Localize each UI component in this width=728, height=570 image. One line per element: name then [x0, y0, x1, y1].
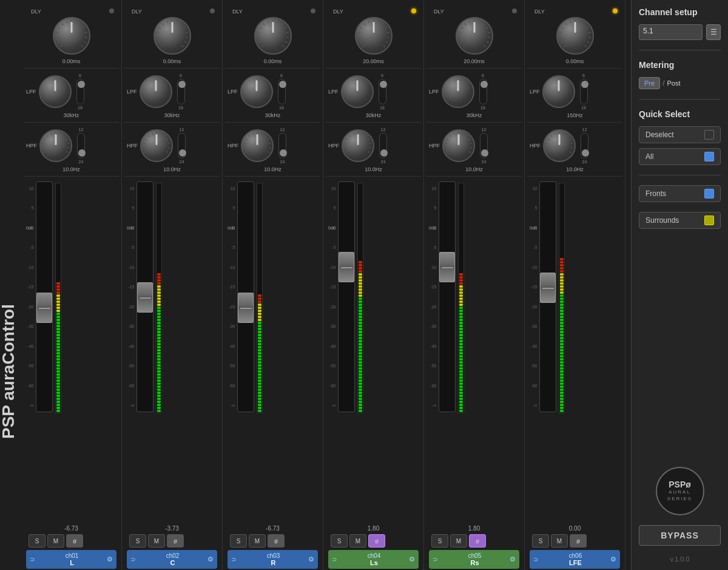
fronts-checkbox[interactable]: [704, 189, 714, 198]
svg-line-25: [67, 143, 69, 144]
channel-setup-select[interactable]: 5.1: [639, 24, 703, 40]
surrounds-checkbox[interactable]: [704, 215, 714, 225]
svg-line-31: [157, 32, 159, 33]
svg-line-59: [257, 32, 260, 33]
post-button[interactable]: Post: [667, 80, 680, 87]
svg-line-146: [570, 21, 570, 22]
channel-label-ch01[interactable]: ⊃ ch01 L ⚙: [26, 550, 116, 569]
channel-label-ch06[interactable]: ⊃ ch06 LFE ⚙: [530, 550, 620, 569]
fader-track-ch02[interactable]: [136, 182, 153, 412]
phase-btn-ch05[interactable]: ø: [469, 534, 486, 548]
svg-line-88: [360, 27, 362, 29]
hpf-knob-ch02[interactable]: [140, 129, 173, 162]
mute-btn-ch03[interactable]: M: [249, 534, 266, 548]
solo-btn-ch05[interactable]: S: [431, 534, 448, 548]
meter-fill-ch04: [358, 260, 363, 413]
fader-handle-ch02[interactable]: [137, 282, 153, 313]
lpf-knob-ch03[interactable]: [240, 75, 273, 108]
ch-gear-ch04[interactable]: ⚙: [409, 555, 415, 563]
ch-gear-ch06[interactable]: ⚙: [610, 555, 616, 563]
hpf-toggle-ch01[interactable]: [77, 133, 85, 158]
lpf-toggle-ch04[interactable]: [379, 79, 386, 104]
lpf-knob-ch05[interactable]: [442, 75, 474, 108]
dly-knob-ch02[interactable]: [153, 17, 191, 55]
fader-handle-ch04[interactable]: [339, 252, 354, 282]
phase-btn-ch03[interactable]: ø: [268, 534, 285, 548]
channel-label-ch04[interactable]: ⊃ ch04 Ls ⚙: [328, 550, 419, 569]
fader-track-ch01[interactable]: [36, 182, 53, 412]
lpf-toggle-ch01[interactable]: [76, 79, 84, 104]
ch-gear-ch02[interactable]: ⚙: [207, 555, 214, 563]
bypass-button[interactable]: BYPASS: [639, 525, 721, 546]
hpf-toggle-ch03[interactable]: [278, 133, 286, 158]
svg-line-165: [571, 143, 573, 144]
hpf-knob-ch05[interactable]: [442, 129, 475, 162]
lpf-knob-ch01[interactable]: [39, 75, 72, 108]
dly-knob-ch04[interactable]: [355, 17, 393, 55]
lpf-toggle-ch05[interactable]: [479, 79, 487, 104]
lpf-knob-ch02[interactable]: [140, 75, 172, 108]
mute-btn-ch02[interactable]: M: [148, 534, 165, 548]
svg-line-28: [161, 46, 163, 47]
deselect-checkbox[interactable]: [704, 130, 714, 140]
hpf-toggle-ch02[interactable]: [178, 133, 186, 158]
lpf-knob-ch04[interactable]: [341, 75, 374, 108]
hpf-value-ch04: 10.0Hz: [365, 166, 382, 172]
fader-handle-ch03[interactable]: [238, 293, 254, 323]
phase-btn-ch06[interactable]: ø: [570, 534, 587, 548]
phase-btn-ch04[interactable]: ø: [368, 534, 385, 548]
solo-btn-ch04[interactable]: S: [331, 534, 348, 548]
fader-track-ch05[interactable]: [439, 182, 456, 412]
fronts-button[interactable]: Fronts: [639, 185, 721, 202]
dly-knob-ch05[interactable]: [456, 17, 493, 55]
solo-btn-ch06[interactable]: S: [532, 534, 549, 548]
hpf-knob-ch03[interactable]: [241, 129, 274, 162]
lpf-toggle-ch03[interactable]: [278, 79, 286, 104]
mute-btn-ch01[interactable]: M: [47, 534, 64, 548]
ch-link-ch03: ⊃: [231, 556, 238, 563]
fader-track-ch04[interactable]: [338, 182, 355, 412]
solo-btn-ch01[interactable]: S: [29, 534, 46, 548]
channel-label-ch05[interactable]: ⊃ ch05 Rs ⚙: [429, 550, 519, 569]
hpf-toggle-ch05[interactable]: [480, 133, 488, 158]
channel-label-ch02[interactable]: ⊃ ch02 C ⚙: [127, 550, 217, 569]
svg-line-29: [158, 42, 160, 43]
all-button[interactable]: All: [639, 148, 721, 165]
surrounds-button[interactable]: Surrounds: [639, 212, 721, 229]
fader-handle-ch05[interactable]: [439, 252, 455, 282]
dly-knob-ch01[interactable]: [53, 17, 90, 55]
svg-line-94: [385, 27, 386, 29]
lpf-toggle-ch02[interactable]: [177, 79, 185, 104]
hpf-knob-ch06[interactable]: [543, 129, 576, 162]
channel-setup-menu-btn[interactable]: ☰: [706, 24, 721, 40]
solo-btn-ch03[interactable]: S: [230, 534, 247, 548]
hpf-knob-ch04[interactable]: [342, 129, 374, 162]
mute-btn-ch04[interactable]: M: [349, 534, 366, 548]
mute-btn-ch05[interactable]: M: [450, 534, 467, 548]
svg-line-71: [246, 152, 247, 152]
hpf-knob-ch01[interactable]: [39, 129, 72, 162]
mute-btn-ch06[interactable]: M: [551, 534, 568, 548]
lpf-toggle-ch06[interactable]: [580, 79, 588, 104]
hpf-toggle-ch06[interactable]: [581, 133, 588, 158]
ch-gear-ch05[interactable]: ⚙: [510, 555, 516, 563]
fader-handle-ch06[interactable]: [540, 273, 556, 303]
deselect-button[interactable]: Deselect: [639, 126, 721, 143]
ch-gear-ch03[interactable]: ⚙: [308, 555, 314, 563]
dly-knob-ch06[interactable]: [556, 17, 594, 55]
fader-track-ch06[interactable]: [539, 182, 556, 412]
phase-btn-ch01[interactable]: ø: [66, 534, 83, 548]
ch-gear-ch01[interactable]: ⚙: [107, 555, 113, 563]
fader-track-ch03[interactable]: [237, 182, 254, 412]
pre-button[interactable]: Pre: [639, 77, 660, 89]
hpf-toggle-ch04[interactable]: [379, 133, 387, 158]
fader-handle-ch01[interactable]: [36, 293, 52, 323]
phase-btn-ch02[interactable]: ø: [167, 534, 184, 548]
all-checkbox[interactable]: [704, 152, 714, 161]
channel-label-ch03[interactable]: ⊃ ch03 R ⚙: [228, 550, 318, 569]
dly-knob-ch03[interactable]: [254, 17, 292, 55]
lpf-knob-ch06[interactable]: [542, 75, 575, 108]
fader-section-ch01: 10 5 0dB -5 -10 -15 -20 -30 -40 -50 -60 …: [24, 177, 119, 524]
solo-btn-ch02[interactable]: S: [129, 534, 146, 548]
svg-line-108: [368, 139, 369, 140]
